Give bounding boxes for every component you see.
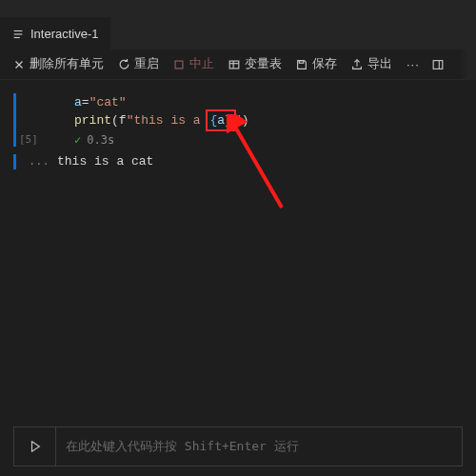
code-line-2: print(f"this is a {a}"): [74, 111, 476, 129]
run-button[interactable]: [14, 427, 56, 466]
highlight-box: {a}: [206, 109, 235, 131]
title-bar-area: [0, 0, 476, 17]
toolbar-fade: [459, 17, 476, 80]
output-marker: [13, 154, 16, 169]
exec-time: 0.3s: [87, 133, 114, 147]
variables-label: 变量表: [245, 56, 282, 72]
output-continuation: ...: [29, 154, 50, 168]
check-icon: ✓: [74, 133, 81, 147]
vertical-scrollbar[interactable]: [465, 80, 476, 419]
save-button[interactable]: 保存: [290, 54, 342, 74]
stop-label: 中止: [189, 56, 214, 72]
code-block[interactable]: a="cat" print(f"this is a {a}"): [74, 93, 476, 129]
clear-all-button[interactable]: 删除所有单元: [8, 54, 109, 74]
save-label: 保存: [312, 56, 337, 72]
list-icon: [11, 28, 25, 41]
tab-title: Interactive-1: [30, 27, 99, 41]
svg-marker-14: [31, 442, 39, 452]
export-button[interactable]: 导出: [346, 54, 397, 74]
tab-bar: Interactive-1: [0, 17, 476, 50]
restart-button[interactable]: 重启: [112, 54, 164, 74]
output-text: this is a cat: [57, 154, 476, 169]
output-cell: ... this is a cat: [0, 150, 476, 172]
panel-icon[interactable]: [429, 56, 446, 73]
more-button[interactable]: ···: [401, 57, 426, 71]
restart-label: 重启: [134, 56, 159, 72]
editor-area: [5] a="cat" print(f"this is a {a}") ✓ 0.…: [0, 80, 476, 419]
tab-interactive-1[interactable]: Interactive-1: [0, 17, 110, 50]
clear-all-label: 删除所有单元: [30, 56, 104, 72]
input-box: 在此处键入代码并按 Shift+Enter 运行: [13, 426, 463, 466]
cell-status: ✓ 0.3s: [74, 133, 476, 147]
variables-button[interactable]: 变量表: [223, 54, 287, 74]
svg-rect-6: [229, 61, 239, 69]
svg-rect-10: [433, 60, 443, 69]
code-line-1: a="cat": [74, 93, 476, 111]
stop-button[interactable]: 中止: [168, 54, 219, 74]
svg-rect-5: [175, 61, 183, 69]
svg-rect-9: [299, 60, 303, 63]
input-placeholder: 在此处键入代码并按 Shift+Enter 运行: [66, 438, 299, 455]
execution-count: [5]: [19, 133, 38, 146]
code-input[interactable]: 在此处键入代码并按 Shift+Enter 运行: [56, 427, 462, 466]
cell-marker: [13, 93, 16, 147]
toolbar: 删除所有单元 重启 中止 变量表 保存 导出 ···: [0, 50, 476, 80]
code-cell[interactable]: [5] a="cat" print(f"this is a {a}") ✓ 0.…: [0, 80, 476, 150]
export-label: 导出: [367, 56, 392, 72]
